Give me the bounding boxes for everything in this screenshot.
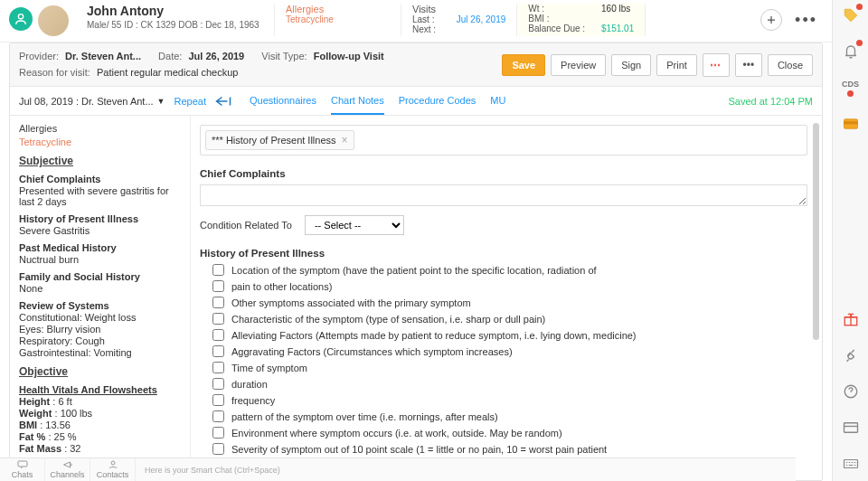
sign-button[interactable]: Sign <box>611 54 651 76</box>
summary-allergies-value: Tetracycline <box>19 137 183 147</box>
hpi-check-1[interactable] <box>212 280 224 292</box>
chat-popup-button[interactable]: ⋯ <box>703 53 730 77</box>
hpi-check-row: Location of the symptom (have the patien… <box>212 264 807 276</box>
repeat-link[interactable]: Repeat <box>175 96 206 107</box>
vital-fatpct-value: 25 % <box>54 431 77 442</box>
visits-next-label: Next : <box>412 24 454 34</box>
print-button[interactable]: Print <box>656 54 697 76</box>
preview-button[interactable]: Preview <box>551 54 606 76</box>
chief-complaints-section-heading: Chief Complaints <box>200 168 807 179</box>
patient-avatar[interactable] <box>38 5 69 36</box>
patient-header: John Antony Male/ 55 ID : CK 1329 DOB : … <box>0 0 832 42</box>
hpi-value: Severe Gastritis <box>19 225 183 236</box>
vital-bmi-label: BMI <box>19 420 37 430</box>
window-icon[interactable] <box>841 418 861 438</box>
hpi-check-row: pattern of the symptom over time (i.e. m… <box>212 410 807 422</box>
contacts-tab[interactable]: Contacts <box>90 458 136 481</box>
hpi-check-label: Location of the symptom (have the patien… <box>231 265 597 276</box>
hpi-check-10[interactable] <box>212 427 224 439</box>
hpi-checklist: Location of the symptom (have the patien… <box>200 264 807 471</box>
save-button[interactable]: Save <box>502 54 545 76</box>
allergies-value: Tetracycline <box>286 14 390 24</box>
hpi-section-heading: History of Present Illness <box>200 248 807 259</box>
hpi-tag-label: *** History of Present Illness <box>212 135 336 146</box>
hpi-check-label: pain to other locations) <box>231 281 332 292</box>
hpi-check-0[interactable] <box>212 264 224 276</box>
svg-point-0 <box>18 14 23 19</box>
close-icon[interactable]: × <box>342 134 348 146</box>
smart-chat-placeholder[interactable]: Here is your Smart Chat (Ctrl+Space) <box>145 466 280 475</box>
ros-heading: Review of Systems <box>19 300 183 311</box>
close-button[interactable]: Close <box>768 54 813 76</box>
tab-chart-notes[interactable]: Chart Notes <box>331 88 384 115</box>
balance-label: Balance Due : <box>528 24 599 33</box>
tag-icon[interactable] <box>841 5 861 25</box>
ros-line-1: Eyes: Blurry vision <box>19 324 183 335</box>
balance-value[interactable]: $151.01 <box>601 24 634 33</box>
scrollbar[interactable] <box>813 123 819 340</box>
hpi-check-6[interactable] <box>212 362 224 373</box>
wt-value: 160 lbs <box>601 4 630 14</box>
hpi-check-row: Time of symptom <box>212 362 807 373</box>
bell-icon[interactable] <box>841 42 861 61</box>
hpi-check-label: Alleviating Factors (Attempts made by pa… <box>231 330 637 341</box>
keyboard-icon[interactable] <box>841 454 861 474</box>
contacts-label: Contacts <box>97 470 129 479</box>
visits-last-value[interactable]: Jul 26, 2019 <box>457 14 506 24</box>
tab-procedure-codes[interactable]: Procedure Codes <box>399 88 476 115</box>
patient-badge-icon[interactable] <box>9 7 33 31</box>
gift-icon[interactable] <box>841 309 861 329</box>
hpi-check-2[interactable] <box>212 297 224 308</box>
hpi-check-3[interactable] <box>212 313 224 325</box>
reason-label: Reason for visit: <box>19 67 90 78</box>
overflow-button[interactable]: ••• <box>735 53 762 77</box>
condition-related-select[interactable]: -- Select -- <box>305 215 404 235</box>
hpi-tag[interactable]: *** History of Present Illness × <box>205 130 354 150</box>
hpi-check-4[interactable] <box>212 329 224 341</box>
help-icon[interactable] <box>841 382 861 401</box>
date-label: Date: <box>158 51 182 61</box>
hpi-check-row: Characteristic of the symptom (type of s… <box>212 313 807 325</box>
fsh-value: None <box>19 283 183 294</box>
chart-summary-panel[interactable]: Allergies Tetracycline Subjective Chief … <box>10 116 191 480</box>
channels-tab[interactable]: Channels <box>45 458 90 481</box>
visits-last-label: Last : <box>412 14 454 24</box>
subjective-heading: Subjective <box>19 155 183 167</box>
chats-tab[interactable]: Chats <box>0 458 45 481</box>
patient-name[interactable]: John Antony <box>87 4 263 18</box>
objective-heading: Objective <box>19 365 183 378</box>
chart-tabs-bar: Jul 08, 2019 : Dr. Steven Ant... ▼ Repea… <box>10 87 822 116</box>
hpi-check-row: Environment where symptom occurs (i.e. a… <box>212 427 807 439</box>
vital-fatpct-label: Fat % <box>19 431 45 442</box>
cds-button[interactable]: CDS <box>841 78 861 98</box>
hpi-check-row: Severity of symptom out of 10 point scal… <box>212 443 807 455</box>
hpi-check-11[interactable] <box>212 443 224 455</box>
more-menu-icon[interactable]: ••• <box>795 11 817 30</box>
chart-form-panel[interactable]: *** History of Present Illness × Chief C… <box>191 116 822 480</box>
card-icon[interactable] <box>841 114 861 134</box>
vital-weight-label: Weight <box>19 408 52 419</box>
hpi-check-row: Aggravating Factors (Circumstances which… <box>212 345 807 357</box>
tab-mu[interactable]: MU <box>490 88 505 115</box>
plug-icon[interactable] <box>841 345 861 365</box>
ros-line-2: Respiratory: Cough <box>19 335 183 346</box>
chevron-down-icon[interactable]: ▼ <box>157 97 165 106</box>
tab-questionnaires[interactable]: Questionnaires <box>250 88 316 115</box>
hpi-heading: History of Present Illness <box>19 213 183 224</box>
chief-complaints-textarea[interactable] <box>200 184 807 206</box>
hpi-check-row: Alleviating Factors (Attempts made by pa… <box>212 329 807 341</box>
hpi-tag-container: *** History of Present Illness × <box>200 125 807 156</box>
right-icon-bar: CDS <box>832 0 868 481</box>
visit-type-value: Follow-up Visit <box>314 51 384 61</box>
hpi-check-7[interactable] <box>212 378 224 390</box>
hpi-check-5[interactable] <box>212 345 224 357</box>
add-button[interactable] <box>760 9 782 31</box>
vital-bmi-value: 13.56 <box>45 420 71 430</box>
hpi-check-8[interactable] <box>212 394 224 406</box>
visit-history-selector[interactable]: Jul 08, 2019 : Dr. Steven Ant... <box>19 96 154 107</box>
svg-rect-9 <box>844 460 857 468</box>
hpi-check-9[interactable] <box>212 410 224 422</box>
vitals-heading: Health Vitals And Flowsheets <box>19 384 183 395</box>
collapse-icon[interactable] <box>215 96 231 107</box>
ros-line-0: Constitutional: Weight loss <box>19 312 183 323</box>
